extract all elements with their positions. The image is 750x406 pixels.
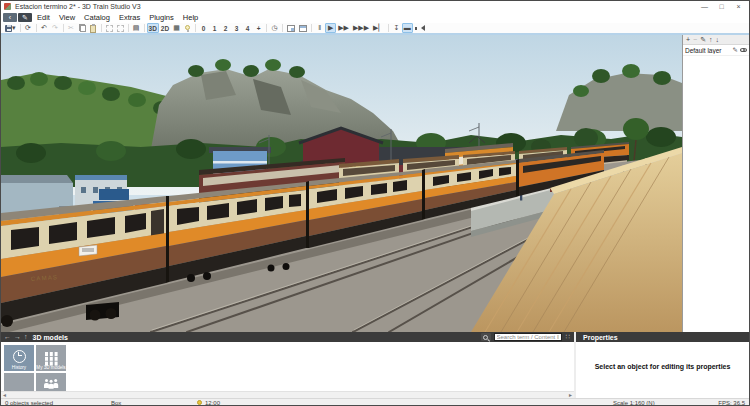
view-2d-toggle[interactable]: 2D	[159, 23, 171, 33]
ungroup-icon	[117, 25, 124, 32]
status-clock-icon	[197, 400, 202, 405]
catalog-popout-button[interactable]	[481, 333, 491, 341]
tile-history[interactable]: History	[4, 345, 34, 371]
camera-slot-0[interactable]: 0	[198, 23, 209, 33]
close-button[interactable]: ×	[730, 1, 747, 12]
refresh-button[interactable]: ⟳	[23, 23, 34, 33]
layout-2-icon	[299, 25, 307, 32]
tile-my-3d-models[interactable]: My 3D models	[36, 345, 66, 371]
status-fps: FPS: 36.5	[718, 400, 745, 406]
object-list-icon: ▤	[133, 24, 140, 32]
edit-mode-button[interactable]: ✎	[18, 13, 32, 22]
speed-10x-button[interactable]: ▶▶	[336, 23, 351, 33]
play-button[interactable]: ▶	[325, 23, 336, 33]
group-icon	[106, 25, 113, 32]
paste-icon	[90, 25, 96, 33]
catalog-up-button[interactable]: ↑	[24, 332, 28, 342]
speed-60x-icon: ▶▶▶	[353, 24, 369, 32]
layout-2-button[interactable]	[297, 23, 309, 33]
viewport-3d[interactable]: CAMAS	[1, 35, 682, 332]
status-selection: 0 objects selected	[5, 400, 53, 406]
menu-bar: ‹ ✎ Edit View Catalog Extras Plugins Hel…	[1, 12, 749, 23]
tile-history-label: History	[4, 365, 34, 370]
back-button[interactable]: ‹	[3, 13, 17, 22]
layer-down-button[interactable]: ↓	[716, 35, 720, 44]
main-toolbar: ▾ ⟳ ↶ ↷ ✂ ▤ 3D 2D ▦ 0 1 2 3 4 + ◷ ‖ ▶ ▶▶	[1, 23, 749, 35]
light-toggle[interactable]	[182, 23, 193, 33]
ungroup-button[interactable]	[115, 23, 126, 33]
pause-button[interactable]: ‖	[314, 23, 325, 33]
redo-icon: ↷	[52, 24, 58, 32]
status-time: 12:00	[205, 400, 220, 406]
camera-slot-add[interactable]: +	[253, 23, 264, 33]
speed-60x-button[interactable]: ▶▶▶	[351, 23, 371, 33]
window-title: Estacion termino 2* - 3D Train Studio V3	[15, 3, 141, 10]
catalog-viewmode-button[interactable]: ∷	[565, 332, 571, 342]
status-bar: 0 objects selected Box 12:00 Scale 1:160…	[1, 398, 749, 406]
properties-header: Properties	[576, 332, 749, 342]
history-icon	[13, 350, 26, 363]
lightbulb-icon	[185, 25, 190, 30]
menu-plugins[interactable]: Plugins	[145, 12, 178, 23]
layer-up-button[interactable]: ↑	[709, 35, 713, 44]
flatten-icon: ▬	[404, 24, 411, 32]
status-scale: Scale 1:160 (N)	[613, 400, 655, 406]
layer-name: Default layer	[685, 47, 731, 54]
undo-icon: ↶	[41, 24, 47, 32]
save-caret-icon: ▾	[12, 24, 16, 32]
menu-view[interactable]: View	[55, 12, 79, 23]
layout-1-button[interactable]	[285, 23, 297, 33]
paste-button[interactable]	[88, 23, 99, 33]
layer-visibility-icon[interactable]	[740, 48, 747, 53]
skip-end-icon: ▶▏	[373, 24, 384, 32]
catalog-search-input[interactable]	[494, 333, 562, 341]
camera-slot-2[interactable]: 2	[220, 23, 231, 33]
layer-row-default[interactable]: Default layer ✎	[683, 45, 749, 56]
save-button[interactable]: ▾	[3, 23, 18, 33]
remove-layer-button[interactable]: −	[693, 35, 697, 44]
sound-button[interactable]	[413, 23, 427, 33]
catalog-hscrollbar[interactable]: ◄ ►	[1, 391, 574, 398]
minimize-button[interactable]: —	[696, 1, 713, 12]
save-icon	[5, 25, 12, 32]
properties-panel: Properties Select an object for editing …	[574, 332, 749, 398]
skip-end-button[interactable]: ▶▏	[371, 23, 386, 33]
object-list-button[interactable]: ▤	[131, 23, 142, 33]
camera-slot-1[interactable]: 1	[209, 23, 220, 33]
copy-button[interactable]	[77, 23, 88, 33]
menu-edit[interactable]: Edit	[33, 12, 54, 23]
layers-panel: + − ✎ ↑ ↓ Default layer ✎	[682, 35, 749, 332]
catalog-body: History My 3D models Favorites Online ca…	[1, 342, 574, 398]
camera-slot-4[interactable]: 4	[242, 23, 253, 33]
add-layer-button[interactable]: +	[686, 35, 690, 44]
properties-body: Select an object for editing its propert…	[576, 342, 749, 398]
maximize-button[interactable]: □	[713, 1, 730, 12]
catalog-back-button[interactable]: ←	[4, 332, 11, 342]
camera-slot-3[interactable]: 3	[231, 23, 242, 33]
layer-edit-icon[interactable]: ✎	[733, 46, 738, 54]
speaker-icon	[418, 25, 425, 31]
redo-button[interactable]: ↷	[50, 23, 61, 33]
back-icon: ‹	[9, 14, 11, 21]
menu-help[interactable]: Help	[179, 12, 202, 23]
catalog-header: ← → ↑ 3D models ∷	[1, 332, 574, 342]
menu-catalog[interactable]: Catalog	[80, 12, 114, 23]
view-3d-toggle[interactable]: 3D	[147, 23, 159, 33]
connect-track-button[interactable]: ↧	[391, 23, 402, 33]
edit-layer-button[interactable]: ✎	[700, 35, 706, 44]
catalog-forward-button[interactable]: →	[14, 332, 21, 342]
grid-toggle[interactable]: ▦	[171, 23, 182, 33]
time-button[interactable]: ◷	[269, 23, 280, 33]
flatten-button[interactable]: ▬	[402, 23, 413, 33]
app-window: Estacion termino 2* - 3D Train Studio V3…	[0, 0, 750, 406]
group-button[interactable]	[104, 23, 115, 33]
properties-empty-message: Select an object for editing its propert…	[595, 363, 731, 398]
brush-icon: ✎	[22, 14, 28, 21]
grid-icon: ▦	[173, 24, 180, 32]
app-icon	[4, 3, 11, 10]
tile-my-models-label: My 3D models	[36, 365, 66, 370]
cut-button[interactable]: ✂	[66, 23, 77, 33]
menu-extras[interactable]: Extras	[115, 12, 144, 23]
catalog-title: 3D models	[33, 334, 68, 341]
undo-button[interactable]: ↶	[39, 23, 50, 33]
